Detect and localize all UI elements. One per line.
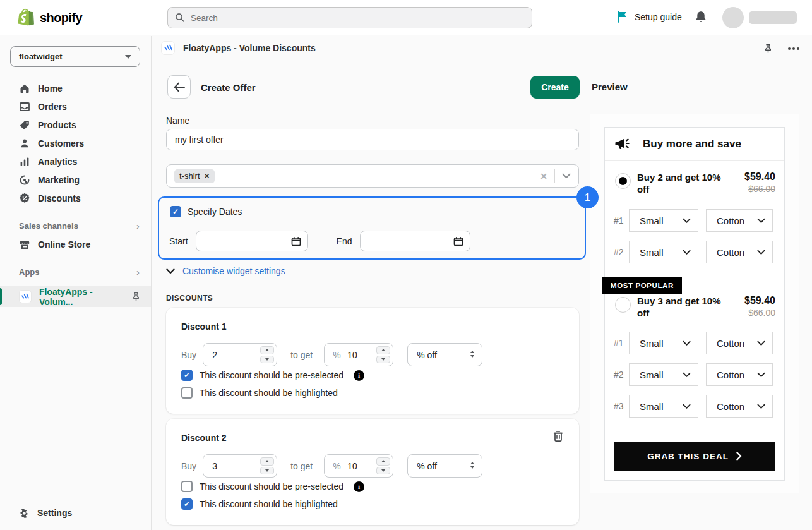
global-search[interactable]: [167, 7, 532, 28]
products-icon: [19, 119, 30, 131]
sidebar-item-analytics[interactable]: Analytics: [0, 152, 151, 171]
sidebar-item-home[interactable]: Home: [0, 79, 151, 97]
search-input[interactable]: [191, 13, 525, 23]
sales-channels-section[interactable]: Sales channels ›: [0, 217, 151, 235]
discount-value-stepper[interactable]: % 10: [324, 454, 393, 478]
variant-row: #1 Small Cotton: [614, 209, 775, 232]
info-icon[interactable]: [354, 481, 364, 492]
offer-prices: $59.40 $66.00: [744, 171, 775, 195]
start-date-input[interactable]: [196, 231, 308, 251]
buy-quantity-stepper[interactable]: 3: [203, 454, 277, 478]
material-select[interactable]: Cotton: [706, 209, 773, 232]
sidebar-item-settings[interactable]: Settings: [0, 503, 151, 522]
size-select[interactable]: Small: [629, 395, 698, 418]
sidebar-item-marketing[interactable]: Marketing: [0, 171, 151, 189]
shopify-logo[interactable]: shopify: [18, 8, 82, 27]
radio-unselected[interactable]: [615, 297, 631, 313]
highlighted-row[interactable]: This discount should be highlighted: [181, 387, 338, 399]
stepper-arrows[interactable]: [260, 346, 274, 363]
offer-option-2[interactable]: Buy 3 and get 10% off $59.40 $66.00: [614, 294, 775, 319]
stepper-arrows[interactable]: [376, 346, 390, 363]
info-icon[interactable]: [354, 370, 364, 381]
create-button[interactable]: Create: [530, 76, 580, 99]
setup-guide[interactable]: Setup guide: [618, 11, 682, 23]
back-button[interactable]: [167, 75, 191, 99]
clear-all-icon[interactable]: ✕: [540, 171, 547, 181]
material-select[interactable]: Cotton: [706, 363, 773, 386]
preselected-checkbox[interactable]: [181, 481, 193, 492]
pin-icon[interactable]: [131, 292, 141, 302]
customise-link[interactable]: Customise widget settings: [182, 266, 285, 276]
material-select[interactable]: Cotton: [706, 241, 773, 263]
radio-selected[interactable]: [615, 173, 631, 189]
specify-dates-checkbox[interactable]: [170, 206, 181, 217]
product-select-field[interactable]: t-shirt ✕ ✕: [166, 164, 579, 188]
sidebar-item-orders[interactable]: Orders: [0, 97, 151, 116]
offer-name-input[interactable]: [166, 129, 579, 150]
pin-icon[interactable]: [763, 44, 773, 54]
specify-dates-row[interactable]: Specify Dates: [170, 206, 242, 217]
offer-option-1[interactable]: Buy 2 and get 10% off $59.40 $66.00: [614, 161, 775, 195]
grab-this-deal-button[interactable]: GRAB THIS DEAL: [614, 442, 775, 471]
remove-tag-icon[interactable]: ✕: [205, 172, 210, 179]
discount-title: Discount 2: [181, 433, 227, 443]
variant-row: #2 Small Cotton: [614, 241, 775, 263]
annotation-badge-1: 1: [576, 186, 599, 208]
specify-dates-highlight-box: Specify Dates Start End: [158, 196, 586, 260]
sidebar-item-discounts[interactable]: Discounts: [0, 189, 151, 207]
specify-dates-label: Specify Dates: [188, 207, 242, 217]
sidebar-item-floatyapps[interactable]: FloatyApps - Volum...: [0, 286, 151, 307]
stepper-arrows[interactable]: [376, 457, 390, 474]
end-date-input[interactable]: [360, 231, 470, 251]
highlighted-row[interactable]: This discount should be highlighted: [181, 498, 338, 510]
chevron-down-icon: [683, 404, 691, 409]
overflow-menu-icon[interactable]: [785, 45, 802, 52]
back-arrow-icon: [174, 82, 185, 92]
sidebar-item-customers[interactable]: Customers: [0, 134, 151, 152]
discount-card-2: Discount 2 Buy 3 to get % 10 % off: [166, 419, 579, 525]
offer-label: Buy 2 and get 10% off: [637, 171, 724, 195]
material-select[interactable]: Cotton: [706, 332, 773, 354]
page-title: Create Offer: [201, 82, 256, 93]
buy-quantity-stepper[interactable]: 2: [203, 343, 277, 366]
app-tab[interactable]: FloatyApps - Volume Discounts: [161, 41, 316, 55]
app-tab-title: FloatyApps - Volume Discounts: [183, 43, 316, 53]
size-select[interactable]: Small: [629, 363, 698, 386]
chevron-down-icon: [757, 218, 765, 224]
calendar-icon: [453, 236, 463, 246]
most-popular-badge: MOST POPULAR: [602, 277, 682, 294]
size-select[interactable]: Small: [629, 332, 698, 354]
discount-value-stepper[interactable]: % 10: [324, 343, 393, 366]
sidebar-item-online-store[interactable]: Online Store: [0, 235, 151, 253]
tab-divider: [337, 63, 812, 63]
preselected-row[interactable]: This discount should be pre-selected: [181, 370, 364, 381]
chevron-down-icon[interactable]: [562, 173, 571, 179]
stepper-arrows[interactable]: [260, 457, 274, 474]
size-select[interactable]: Small: [629, 241, 698, 263]
material-select[interactable]: Cotton: [706, 395, 773, 418]
store-switcher[interactable]: floatwidget: [10, 46, 140, 67]
discount-unit-select[interactable]: % off: [407, 343, 482, 366]
customers-icon: [19, 138, 30, 149]
discounts-icon: [19, 193, 30, 204]
apps-section[interactable]: Apps ›: [0, 263, 151, 281]
caret-down-icon: [125, 55, 131, 59]
preselected-checkbox[interactable]: [181, 370, 193, 381]
size-select[interactable]: Small: [629, 209, 698, 232]
product-tag-chip: t-shirt ✕: [174, 169, 215, 183]
chevron-right-icon: ›: [136, 220, 140, 231]
preselected-row[interactable]: This discount should be pre-selected: [181, 481, 364, 492]
sidebar-item-products[interactable]: Products: [0, 116, 151, 134]
notifications-bell-icon[interactable]: [695, 10, 707, 24]
date-range-row: Start End: [169, 231, 575, 251]
step-up-icon: [260, 346, 274, 354]
highlighted-checkbox[interactable]: [181, 387, 193, 399]
customise-widget-settings[interactable]: Customise widget settings: [166, 266, 285, 276]
delete-discount-icon[interactable]: [552, 430, 564, 442]
discount-unit-select[interactable]: % off: [407, 454, 482, 478]
highlighted-checkbox[interactable]: [181, 498, 193, 510]
chevron-down-icon: [757, 250, 765, 255]
floatyapps-logo-icon: [19, 290, 32, 303]
widget-footer: GRAB THIS DEAL: [605, 428, 784, 471]
avatar[interactable]: [722, 7, 744, 28]
